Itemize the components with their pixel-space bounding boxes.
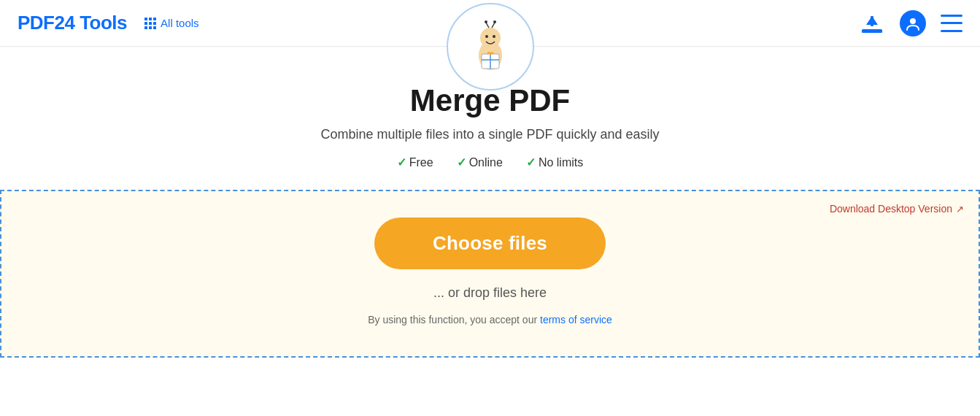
download-app-icon[interactable] (859, 10, 885, 36)
features-row: ✓ Free ✓ Online ✓ No limits (397, 155, 584, 169)
feature-online: ✓ Online (457, 155, 503, 169)
feature-no-limits-label: No limits (539, 156, 583, 169)
terms-of-service-link[interactable]: terms of service (540, 314, 612, 326)
drop-text: ... or drop files here (433, 285, 547, 301)
check-icon-no-limits: ✓ (526, 155, 536, 169)
hamburger-menu-icon[interactable] (941, 15, 962, 32)
svg-point-3 (493, 35, 495, 38)
download-desktop-link[interactable]: Download Desktop Version ↗ (830, 203, 964, 215)
logo[interactable]: PDF24 Tools (18, 12, 127, 34)
main-content: Merge PDF Combine multiple files into a … (0, 47, 980, 358)
feature-online-label: Online (469, 156, 503, 169)
header-right (859, 10, 962, 36)
svg-line-6 (492, 23, 495, 28)
svg-line-4 (486, 23, 489, 28)
svg-rect-14 (862, 31, 882, 33)
terms-text: By using this function, you accept our t… (368, 314, 612, 326)
check-icon-online: ✓ (457, 155, 466, 169)
svg-point-5 (485, 20, 487, 23)
mascot-svg (461, 18, 520, 76)
hamburger-line-1 (941, 15, 962, 17)
check-icon-free: ✓ (397, 155, 406, 169)
mascot-container (447, 0, 534, 90)
hamburger-line-3 (941, 30, 962, 32)
svg-point-1 (480, 28, 501, 48)
external-link-icon: ↗ (956, 204, 964, 215)
drop-zone[interactable]: Download Desktop Version ↗ Choose files … (0, 190, 980, 358)
mascot-circle (447, 3, 534, 90)
choose-files-button[interactable]: Choose files (374, 217, 606, 269)
user-account-icon[interactable] (900, 10, 926, 36)
page-subtitle: Combine multiple files into a single PDF… (320, 127, 659, 142)
feature-free: ✓ Free (397, 155, 433, 169)
hamburger-line-2 (941, 22, 962, 24)
header: PDF24 Tools All tools (0, 0, 980, 47)
svg-point-15 (910, 18, 916, 24)
feature-free-label: Free (409, 156, 433, 169)
svg-rect-13 (871, 16, 873, 26)
download-desktop-label: Download Desktop Version (830, 203, 952, 215)
grid-icon (144, 18, 156, 29)
svg-point-2 (485, 35, 488, 38)
svg-point-7 (493, 20, 496, 23)
all-tools-link[interactable]: All tools (144, 17, 199, 29)
feature-no-limits: ✓ No limits (526, 155, 583, 169)
terms-prefix: By using this function, you accept our (368, 314, 540, 326)
all-tools-label: All tools (161, 17, 199, 29)
